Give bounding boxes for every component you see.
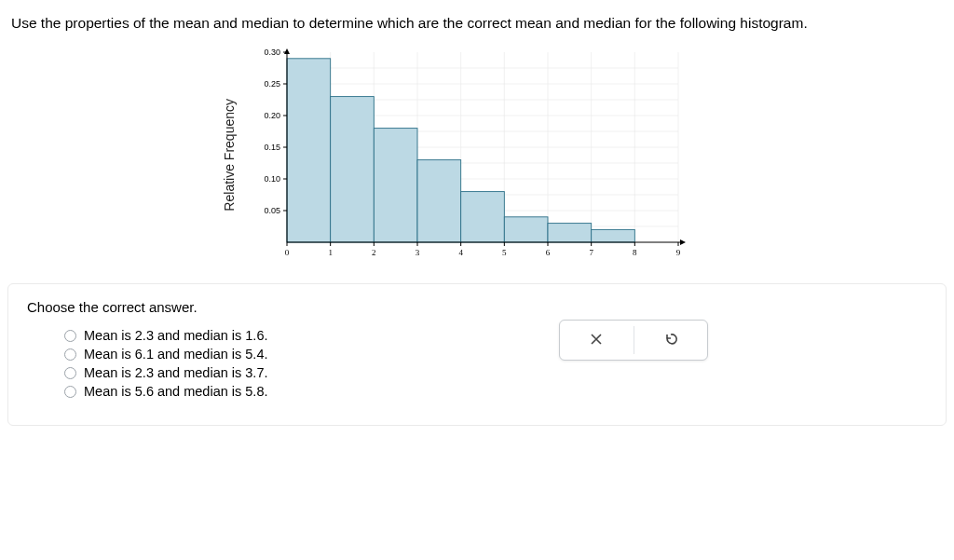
radio-icon: [64, 330, 76, 342]
option-2[interactable]: Mean is 2.3 and median is 3.7.: [64, 365, 927, 380]
histogram-chart: 0.050.100.150.200.250.300123456789: [246, 43, 693, 266]
svg-rect-28: [592, 229, 635, 242]
option-label: Mean is 6.1 and median is 5.4.: [84, 347, 267, 362]
radio-icon: [64, 367, 76, 379]
svg-text:8: 8: [633, 248, 637, 257]
svg-text:0.10: 0.10: [264, 174, 280, 184]
svg-text:3: 3: [416, 248, 420, 257]
close-icon: [589, 332, 604, 349]
reset-button[interactable]: [634, 321, 708, 360]
option-1[interactable]: Mean is 6.1 and median is 5.4.: [64, 347, 927, 362]
option-3[interactable]: Mean is 5.6 and median is 5.8.: [64, 384, 927, 399]
option-label: Mean is 2.3 and median is 3.7.: [84, 365, 267, 380]
answer-prompt: Choose the correct answer.: [27, 299, 927, 315]
svg-text:1: 1: [328, 248, 333, 257]
svg-text:0.25: 0.25: [264, 79, 280, 89]
chart-container: Relative Frequency 0.050.100.150.200.250…: [7, 43, 947, 283]
action-toolbar: [559, 320, 708, 361]
svg-text:2: 2: [372, 248, 376, 257]
svg-rect-23: [374, 129, 417, 242]
question-prompt: Use the properties of the mean and media…: [7, 9, 947, 43]
answer-section: Choose the correct answer. Mean is 2.3 a…: [7, 283, 947, 426]
svg-text:6: 6: [546, 248, 551, 257]
svg-rect-24: [417, 160, 461, 242]
svg-text:7: 7: [589, 248, 593, 257]
undo-icon: [663, 332, 678, 349]
svg-text:0.05: 0.05: [264, 206, 280, 215]
svg-text:4: 4: [458, 248, 463, 257]
svg-text:0.30: 0.30: [264, 48, 280, 57]
svg-text:9: 9: [676, 248, 681, 257]
radio-icon: [64, 386, 76, 398]
svg-text:0.15: 0.15: [264, 143, 280, 152]
svg-rect-25: [461, 192, 505, 242]
svg-text:0: 0: [285, 248, 290, 257]
incorrect-button[interactable]: [560, 321, 634, 360]
histogram-svg: 0.050.100.150.200.250.300123456789: [246, 43, 693, 266]
option-label: Mean is 2.3 and median is 1.6.: [84, 328, 267, 343]
svg-rect-26: [504, 217, 548, 242]
svg-rect-27: [548, 224, 592, 242]
y-axis-label: Relative Frequency: [222, 99, 237, 212]
svg-rect-22: [331, 97, 375, 242]
svg-text:5: 5: [502, 248, 507, 257]
radio-icon: [64, 348, 76, 361]
options-list: Mean is 2.3 and median is 1.6. Mean is 6…: [27, 328, 927, 399]
svg-rect-21: [287, 59, 331, 242]
svg-text:0.20: 0.20: [264, 111, 280, 120]
option-label: Mean is 5.6 and median is 5.8.: [84, 384, 267, 399]
option-0[interactable]: Mean is 2.3 and median is 1.6.: [64, 328, 927, 343]
